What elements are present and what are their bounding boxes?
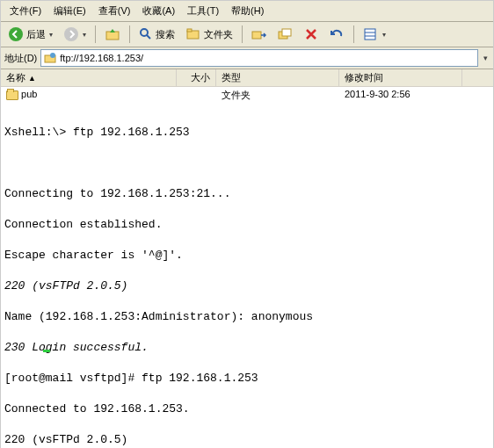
list-item[interactable]: pub 文件夹 2011-9-30 2:56 [1,87,493,104]
menu-edit[interactable]: 编辑(E) [48,3,91,19]
svg-rect-10 [365,29,375,40]
cursor-icon [43,350,50,352]
folders-icon [185,27,201,41]
search-label: 搜索 [156,28,175,41]
column-size[interactable]: 大小 [177,69,216,86]
svg-rect-2 [106,32,119,40]
separator [353,25,354,43]
separator [242,25,243,43]
svg-point-14 [50,53,55,58]
term-line: Connected to 192.168.1.253. [4,401,490,417]
move-to-button[interactable] [248,25,271,43]
folder-icon [6,90,18,100]
forward-button: ▾ [60,25,90,44]
item-type: 文件夹 [216,88,339,103]
menu-tools[interactable]: 工具(T) [182,3,224,19]
term-line: Name (192.168.1.253:Administrator): anon… [4,309,490,325]
forward-icon [63,26,79,42]
terminal[interactable]: Xshell:\> ftp 192.168.1.253 Connecting t… [1,104,493,448]
column-type[interactable]: 类型 [216,69,339,86]
svg-point-0 [9,27,23,41]
svg-rect-6 [187,29,192,32]
menu-file[interactable]: 文件(F) [4,3,47,19]
item-name: pub [21,89,37,99]
address-field[interactable]: ftp://192.168.1.253/ [40,49,478,67]
separator [95,25,96,43]
svg-rect-7 [252,32,261,39]
list-body: pub 文件夹 2011-9-30 2:56 [1,87,493,104]
separator [129,25,130,43]
folder-up-icon [105,26,120,42]
search-button[interactable]: 搜索 [135,25,178,43]
svg-point-1 [64,27,78,41]
search-icon [139,27,153,41]
address-bar: 地址(D) ftp://192.168.1.253/ ▾ [1,47,493,69]
copy-to-button[interactable] [274,25,297,43]
chevron-down-icon: ▾ [49,31,53,39]
chevron-down-icon: ▾ [382,31,386,39]
menubar: 文件(F) 编辑(E) 查看(V) 收藏(A) 工具(T) 帮助(H) [1,1,493,22]
folders-button[interactable]: 文件夹 [182,25,236,43]
address-label: 地址(D) [4,52,37,65]
views-icon [363,27,379,41]
toolbar: 后退 ▾ ▾ 搜索 文件夹 ▾ [1,22,493,47]
copy-to-icon [278,27,294,41]
term-line: 230 Login successful. [4,340,490,356]
views-button[interactable]: ▾ [360,25,389,43]
svg-point-3 [141,29,148,36]
svg-line-4 [147,35,150,39]
menu-view[interactable]: 查看(V) [93,3,136,19]
term-line: 220 (vsFTPd 2.0.5) [4,432,490,448]
menu-favorites[interactable]: 收藏(A) [137,3,180,19]
undo-button[interactable] [325,25,348,43]
delete-icon [304,27,318,41]
column-modified[interactable]: 修改时间 [339,69,462,86]
term-line: Connection established. [4,217,490,233]
term-line: Connecting to 192.168.1.253:21... [4,186,490,202]
move-to-icon [251,27,267,41]
svg-rect-9 [282,29,291,36]
address-dropdown[interactable]: ▾ [482,54,490,62]
item-size [177,88,216,103]
back-button[interactable]: 后退 ▾ [4,25,56,44]
delete-button[interactable] [301,25,322,43]
back-label: 后退 [26,28,46,41]
ftp-icon [44,52,56,64]
term-line: 220 (vsFTPd 2.0.5) [4,278,490,294]
term-line: [root@mail vsftpd]# ftp 192.168.1.253 [4,371,490,387]
back-icon [8,26,24,42]
chevron-down-icon: ▾ [83,31,86,39]
term-line: Escape character is '^@]'. [4,248,490,264]
item-modified: 2011-9-30 2:56 [339,88,462,103]
list-header: 名称 ▲ 大小 类型 修改时间 [1,69,493,87]
up-button[interactable] [101,25,124,44]
address-url: ftp://192.168.1.253/ [60,53,143,63]
menu-help[interactable]: 帮助(H) [226,3,269,19]
undo-icon [329,27,345,41]
column-name[interactable]: 名称 ▲ [1,69,177,86]
term-line: Xshell:\> ftp 192.168.1.253 [4,125,490,141]
folders-label: 文件夹 [204,28,233,41]
